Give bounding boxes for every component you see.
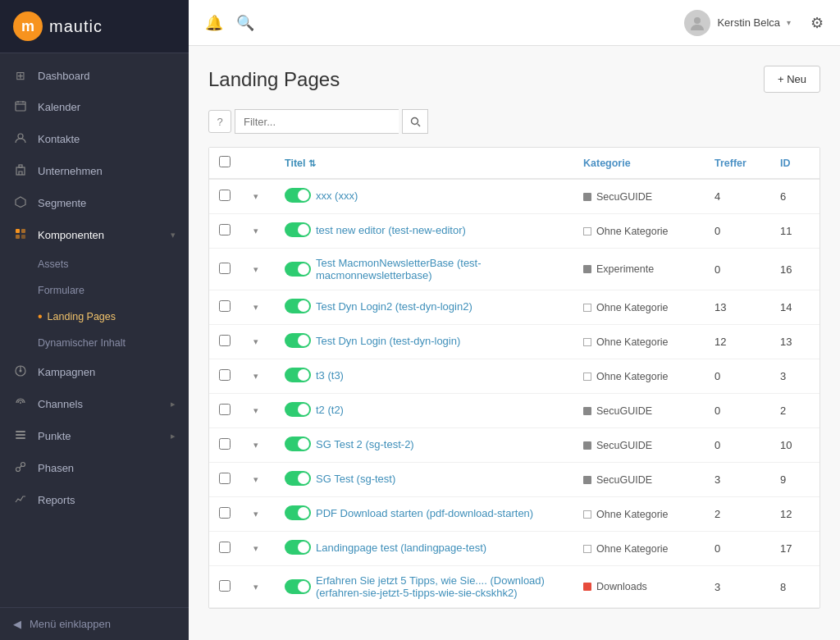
page-title-link[interactable]: xxx (xxx) bbox=[316, 190, 358, 202]
page-title-link[interactable]: t3 (t3) bbox=[316, 369, 344, 382]
table-row: ▾t2 (t2)SecuGUIDE02 bbox=[209, 394, 819, 428]
toggle-switch[interactable] bbox=[285, 505, 311, 520]
toggle-switch[interactable] bbox=[285, 262, 311, 277]
row-checkbox[interactable] bbox=[219, 404, 231, 415]
landing-pages-table: Titel ⇅ Kategorie Treffer ID ▾xxx (xxx)S… bbox=[208, 147, 820, 609]
sidebar-item-kontakte[interactable]: Kontakte bbox=[0, 123, 189, 155]
sidebar-item-punkte[interactable]: Punkte ▸ bbox=[0, 420, 189, 452]
filter-help-button[interactable]: ? bbox=[208, 110, 231, 133]
toggle-switch[interactable] bbox=[285, 299, 311, 313]
filter-input[interactable] bbox=[235, 109, 399, 134]
row-checkbox[interactable] bbox=[219, 473, 231, 484]
sidebar: m mautic ⊞ Dashboard Kalender Kontakte bbox=[0, 0, 189, 640]
filter-search-button[interactable] bbox=[402, 109, 428, 134]
user-menu[interactable]: Kerstin Belca ▾ bbox=[684, 10, 791, 36]
new-button[interactable]: + Neu bbox=[764, 66, 820, 93]
category-label: SecuGUIDE bbox=[596, 191, 652, 203]
category-label: Ohne Kategorie bbox=[596, 226, 669, 237]
header-title[interactable]: Titel ⇅ bbox=[275, 148, 573, 179]
sidebar-item-kampagnen[interactable]: Kampagnen bbox=[0, 356, 189, 388]
page-title-link[interactable]: Erfahren Sie jetzt 5 Tipps, wie Sie.... … bbox=[316, 574, 564, 599]
row-checkbox[interactable] bbox=[219, 507, 231, 519]
category-color-dot bbox=[583, 407, 591, 415]
page-title-link[interactable]: Test MacmonNewsletterBase (test-macmonne… bbox=[316, 257, 564, 281]
sidebar-item-reports[interactable]: Reports bbox=[0, 484, 189, 516]
row-actions-button[interactable]: ▾ bbox=[252, 190, 260, 203]
row-checkbox[interactable] bbox=[219, 438, 231, 450]
row-checkbox[interactable] bbox=[219, 300, 231, 312]
page-title-link[interactable]: Test Dyn Login2 (test-dyn-login2) bbox=[316, 300, 472, 313]
toggle-switch[interactable] bbox=[285, 333, 311, 348]
sidebar-item-dashboard[interactable]: ⊞ Dashboard bbox=[0, 60, 189, 91]
select-all-checkbox[interactable] bbox=[219, 156, 231, 167]
sidebar-item-assets[interactable]: Assets bbox=[0, 251, 189, 277]
svg-rect-6 bbox=[19, 165, 22, 167]
sidebar-item-dynamischer-inhalt[interactable]: Dynamischer Inhalt bbox=[0, 330, 189, 356]
row-toggle: Erfahren Sie jetzt 5 Tipps, wie Sie.... … bbox=[285, 574, 564, 599]
header-id[interactable]: ID bbox=[770, 148, 819, 179]
category-color-dot bbox=[583, 193, 591, 201]
sidebar-item-formulare[interactable]: Formulare bbox=[0, 277, 189, 304]
settings-icon[interactable]: ⚙ bbox=[810, 14, 824, 32]
row-actions-button[interactable]: ▾ bbox=[252, 507, 260, 521]
header-actions bbox=[242, 148, 275, 179]
sidebar-label-kalender: Kalender bbox=[38, 101, 80, 113]
search-icon[interactable]: 🔍 bbox=[236, 14, 254, 32]
sidebar-item-landing-pages[interactable]: Landing Pages bbox=[0, 304, 189, 330]
toggle-switch[interactable] bbox=[285, 540, 311, 555]
toggle-switch[interactable] bbox=[285, 368, 311, 382]
row-actions-button[interactable]: ▾ bbox=[252, 473, 260, 487]
category-label: Ohne Kategorie bbox=[596, 509, 669, 520]
sidebar-item-channels[interactable]: Channels ▸ bbox=[0, 388, 189, 420]
page-title-link[interactable]: t2 (t2) bbox=[316, 404, 344, 416]
row-actions-button[interactable]: ▾ bbox=[252, 438, 260, 452]
svg-rect-17 bbox=[16, 434, 25, 436]
hits-cell: 0 bbox=[705, 214, 770, 249]
hits-cell: 0 bbox=[705, 249, 770, 290]
id-cell: 16 bbox=[770, 249, 819, 290]
toggle-switch[interactable] bbox=[285, 402, 311, 417]
row-actions-button[interactable]: ▾ bbox=[252, 335, 260, 349]
topbar: 🔔 🔍 Kerstin Belca ▾ ⚙ bbox=[189, 0, 840, 46]
row-actions-button[interactable]: ▾ bbox=[252, 300, 260, 314]
row-checkbox[interactable] bbox=[219, 335, 231, 346]
row-checkbox[interactable] bbox=[219, 224, 231, 235]
page-title-link[interactable]: test new editor (test-new-editor) bbox=[316, 224, 466, 236]
page-title-link[interactable]: PDF Download starten (pdf-download-start… bbox=[316, 507, 533, 519]
header-category[interactable]: Kategorie bbox=[573, 148, 705, 179]
sidebar-item-phasen[interactable]: Phasen bbox=[0, 452, 189, 484]
svg-rect-8 bbox=[16, 229, 20, 233]
notification-icon[interactable]: 🔔 bbox=[205, 14, 223, 32]
page-title-link[interactable]: SG Test (sg-test) bbox=[316, 473, 395, 485]
row-actions-button[interactable]: ▾ bbox=[252, 542, 260, 555]
toggle-switch[interactable] bbox=[285, 188, 311, 203]
row-toggle: t3 (t3) bbox=[285, 368, 344, 382]
row-actions-button[interactable]: ▾ bbox=[252, 369, 260, 383]
row-actions-button[interactable]: ▾ bbox=[252, 580, 260, 594]
toggle-switch[interactable] bbox=[285, 222, 311, 237]
sidebar-item-unternehmen[interactable]: Unternehmen bbox=[0, 155, 189, 187]
page-title-link[interactable]: Landingpage test (landingpage-test) bbox=[316, 542, 486, 554]
row-checkbox[interactable] bbox=[219, 542, 231, 553]
toggle-switch[interactable] bbox=[285, 471, 311, 486]
toggle-switch[interactable] bbox=[285, 437, 311, 451]
row-checkbox[interactable] bbox=[219, 263, 231, 274]
sidebar-item-komponenten[interactable]: Komponenten ▾ bbox=[0, 219, 189, 251]
toggle-switch[interactable] bbox=[285, 579, 311, 594]
page-title-link[interactable]: SG Test 2 (sg-test-2) bbox=[316, 438, 414, 450]
svg-point-22 bbox=[694, 17, 701, 24]
table-row: ▾SG Test 2 (sg-test-2)SecuGUIDE010 bbox=[209, 428, 819, 463]
header-hits[interactable]: Treffer bbox=[705, 148, 770, 179]
row-checkbox[interactable] bbox=[219, 580, 231, 592]
row-checkbox[interactable] bbox=[219, 190, 231, 201]
row-checkbox[interactable] bbox=[219, 369, 231, 381]
row-actions-button[interactable]: ▾ bbox=[252, 263, 260, 277]
dynamischer-inhalt-label: Dynamischer Inhalt bbox=[38, 337, 126, 349]
sidebar-item-segmente[interactable]: Segmente bbox=[0, 187, 189, 219]
sidebar-item-kalender[interactable]: Kalender bbox=[0, 91, 189, 123]
hits-cell: 0 bbox=[705, 359, 770, 394]
row-actions-button[interactable]: ▾ bbox=[252, 224, 260, 238]
page-title-link[interactable]: Test Dyn Login (test-dyn-login) bbox=[316, 335, 460, 347]
sidebar-collapse[interactable]: ◀ Menü einklappen bbox=[0, 607, 189, 640]
row-actions-button[interactable]: ▾ bbox=[252, 404, 260, 418]
